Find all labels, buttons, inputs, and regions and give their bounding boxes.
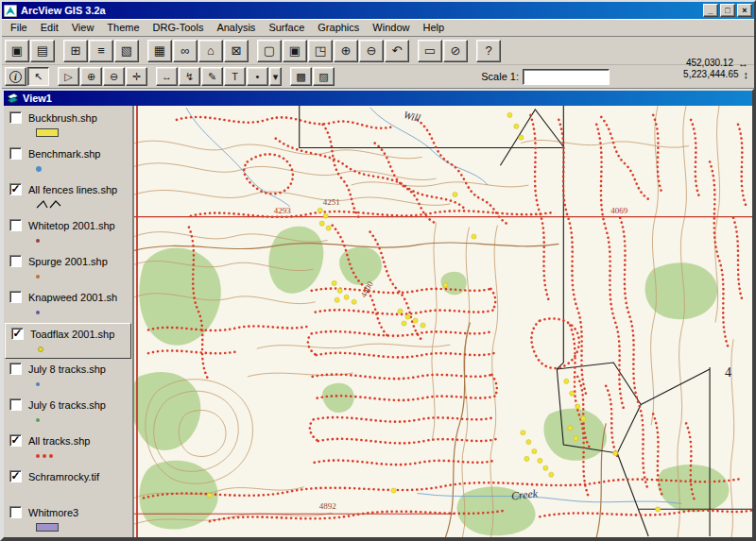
open-theme-table-button[interactable]: ▦ [147, 40, 172, 62]
zoom-active-theme-button[interactable]: ▣ [283, 40, 307, 62]
zoom-full-icon: ▢ [264, 43, 275, 58]
layer-label[interactable]: Whitetop 2001.shp [28, 218, 115, 231]
layer-checkbox[interactable] [9, 219, 22, 231]
layer-label[interactable]: Schramrocky.tif [28, 469, 99, 482]
minimize-button[interactable]: _ [703, 4, 718, 17]
layer-label[interactable]: July 8 tracks.shp [28, 362, 106, 375]
zoom-full-extent-button[interactable]: ▢ [257, 40, 282, 62]
tracks-swatch [49, 454, 53, 458]
scale-input[interactable] [523, 69, 610, 85]
menu-drg-tools[interactable]: DRG-Tools [146, 20, 211, 35]
menu-theme[interactable]: Theme [100, 20, 146, 35]
layer-label[interactable]: All fences lines.shp [28, 182, 117, 195]
tracks-swatch [43, 454, 46, 458]
zoom-previous-button[interactable]: ↶ [385, 40, 409, 62]
layer-buckbrush[interactable]: Buckbrush.shp [4, 108, 132, 144]
menu-analysis[interactable]: Analysis [210, 20, 262, 35]
vertex-edit-tool-button[interactable]: ▷ [58, 67, 79, 86]
menu-view[interactable]: View [65, 20, 101, 35]
layer-label[interactable]: July 6 tracks.shp [28, 397, 106, 411]
window-title: ArcView GIS 3.2a [21, 5, 699, 16]
pan-tool-button[interactable]: ✛ [126, 67, 147, 86]
tracks-swatch [36, 454, 40, 458]
menu-help[interactable]: Help [416, 20, 451, 35]
layer-spurge[interactable]: Spurge 2001.shp [4, 251, 132, 287]
layer-checkbox[interactable] [9, 506, 22, 518]
layer-checkbox[interactable]: ✓ [11, 328, 24, 340]
menu-file[interactable]: File [4, 20, 34, 35]
drg-grid-tool-button[interactable]: ▩ [290, 67, 312, 86]
layer-schramrocky[interactable]: ✓ Schramrocky.tif [4, 466, 132, 502]
hotlink-tool-button[interactable]: ↯ [179, 67, 200, 86]
select-features-button[interactable]: ▭ [418, 40, 442, 62]
menu-edit[interactable]: Edit [34, 20, 65, 35]
view1-titlebar[interactable]: View1 [4, 91, 752, 106]
close-button[interactable]: × [737, 4, 752, 17]
measure-tool-button[interactable]: ↔ [156, 67, 178, 86]
zoom-out-tool-button[interactable]: ⊖ [103, 67, 125, 86]
text-tool-button[interactable]: T [224, 67, 246, 86]
layer-benchmark[interactable]: Benchmark.shp [4, 144, 132, 179]
layer-checkbox[interactable]: ✓ [9, 183, 22, 195]
layer-label[interactable]: Whitmore3 [28, 505, 78, 518]
drg-clip-tool-button[interactable]: ▨ [313, 67, 335, 86]
layer-toadflax-active[interactable]: ✓ Toadflax 2001.shp [5, 323, 131, 359]
lightning-icon: ↯ [185, 71, 194, 83]
layer-checkbox[interactable] [9, 255, 22, 267]
find-button[interactable]: ∞ [173, 40, 198, 62]
chevron-down-icon: ▾ [273, 71, 279, 83]
print-button[interactable]: ▤ [30, 40, 55, 62]
layer-checkbox[interactable]: ✓ [9, 434, 22, 447]
layer-label[interactable]: Knapweed 2001.sh [28, 290, 117, 303]
layer-checkbox[interactable] [9, 363, 22, 375]
layer-label[interactable]: Toadflax 2001.shp [30, 327, 114, 340]
layer-label[interactable]: Benchmark.shp [28, 146, 100, 160]
layer-knapweed[interactable]: Knapweed 2001.sh [4, 287, 132, 323]
layer-checkbox[interactable] [9, 111, 22, 124]
arcview-window: ArcView GIS 3.2a _ □ × File Edit View Th… [0, 0, 756, 541]
layer-checkbox[interactable] [9, 147, 22, 160]
main-titlebar[interactable]: ArcView GIS 3.2a _ □ × [2, 2, 754, 19]
menu-graphics[interactable]: Graphics [311, 20, 366, 35]
layer-checkbox[interactable] [9, 398, 22, 411]
layer-label[interactable]: Buckbrush.shp [28, 110, 97, 124]
layer-label[interactable]: Spurge 2001.shp [28, 254, 108, 267]
edit-legend-button[interactable]: ▧ [114, 40, 139, 62]
label-tool-button[interactable]: ✎ [201, 67, 223, 86]
query-hammer-icon: ⊠ [232, 43, 242, 58]
menu-surface[interactable]: Surface [262, 20, 311, 35]
query-builder-button[interactable]: ⊠ [224, 40, 249, 62]
zoom-in-tool-button[interactable]: ⊕ [80, 67, 102, 86]
zoom-in-button[interactable]: ⊕ [334, 40, 358, 62]
map-canvas[interactable]: 4251 4293 4400 4069 4 Creek Will 4892 [134, 106, 752, 537]
layer-july6-tracks[interactable]: July 6 tracks.shp [4, 395, 132, 431]
help-button[interactable]: ? [476, 40, 501, 62]
layer-all-tracks[interactable]: ✓ All tracks.shp [4, 431, 132, 466]
tracks-terraces [308, 289, 497, 465]
layer-fences[interactable]: ✓ All fences lines.shp [4, 179, 132, 215]
layer-label[interactable]: All tracks.shp [28, 433, 90, 447]
section-lines-layer [134, 106, 752, 537]
menu-window[interactable]: Window [366, 20, 416, 35]
zoom-selected-button[interactable]: ◳ [308, 40, 333, 62]
maximize-button[interactable]: □ [720, 4, 735, 17]
save-project-button[interactable]: ▣ [5, 40, 29, 62]
pointer-tool-button[interactable]: ↖ [27, 67, 49, 86]
clear-selection-button[interactable]: ⊘ [443, 40, 468, 62]
zoom-out-button[interactable]: ⊖ [359, 40, 384, 62]
theme-properties-icon: ≡ [97, 43, 105, 58]
theme-properties-button[interactable]: ≡ [89, 40, 113, 62]
knapweed-swatch [36, 311, 40, 314]
layer-july8-tracks[interactable]: July 8 tracks.shp [4, 359, 132, 395]
map-area[interactable]: 4251 4293 4400 4069 4 Creek Will 4892 [134, 106, 752, 537]
layer-checkbox[interactable] [9, 291, 22, 303]
whitetop-swatch [36, 239, 40, 243]
identify-tool-button[interactable]: i [5, 67, 26, 86]
layer-whitetop[interactable]: Whitetop 2001.shp [4, 215, 132, 251]
layer-whitmore3[interactable]: Whitmore3 [4, 502, 132, 537]
locate-address-button[interactable]: ⌂ [198, 40, 223, 62]
add-theme-button[interactable]: ⊞ [63, 40, 88, 62]
draw-dropdown-button[interactable]: ▾ [269, 67, 282, 86]
layer-checkbox[interactable]: ✓ [9, 470, 22, 482]
draw-point-tool-button[interactable]: • [247, 67, 268, 86]
